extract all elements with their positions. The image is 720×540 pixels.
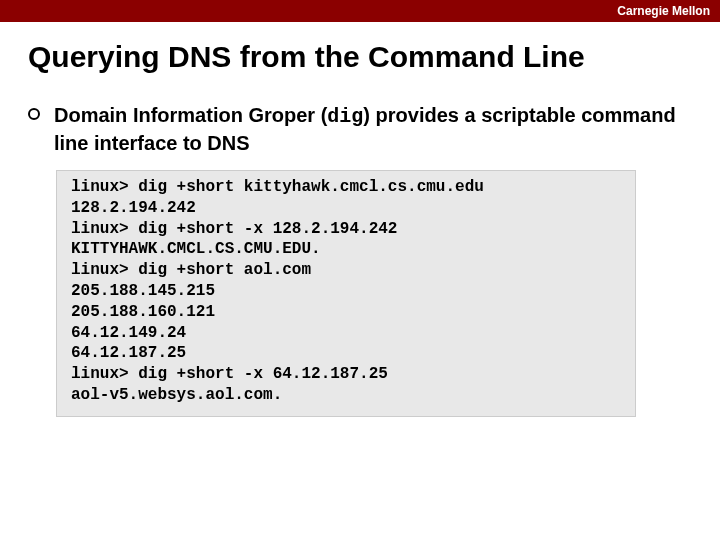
- bullet-row: Domain Information Groper (dig) provides…: [28, 102, 692, 156]
- bullet-text: Domain Information Groper (dig) provides…: [54, 102, 692, 156]
- codeline: linux> dig +short aol.com: [71, 260, 621, 281]
- codeblock: linux> dig +short kittyhawk.cmcl.cs.cmu.…: [56, 170, 636, 417]
- slide-content: Querying DNS from the Command Line Domai…: [0, 22, 720, 417]
- codeline: linux> dig +short kittyhawk.cmcl.cs.cmu.…: [71, 177, 621, 198]
- codeline: 64.12.149.24: [71, 323, 621, 344]
- topbar: Carnegie Mellon: [0, 0, 720, 22]
- codeline: 205.188.145.215: [71, 281, 621, 302]
- slide-title: Querying DNS from the Command Line: [28, 40, 692, 74]
- codeline: linux> dig +short -x 64.12.187.25: [71, 364, 621, 385]
- bullet-prefix: Domain Information Groper (: [54, 104, 327, 126]
- bullet-mono: dig: [327, 105, 363, 128]
- codeline: linux> dig +short -x 128.2.194.242: [71, 219, 621, 240]
- codeline: aol-v5.websys.aol.com.: [71, 385, 621, 406]
- codeline: KITTYHAWK.CMCL.CS.CMU.EDU.: [71, 239, 621, 260]
- codeline: 64.12.187.25: [71, 343, 621, 364]
- bullet-icon: [28, 108, 40, 120]
- brand-label: Carnegie Mellon: [617, 4, 710, 18]
- codeline: 128.2.194.242: [71, 198, 621, 219]
- codeline: 205.188.160.121: [71, 302, 621, 323]
